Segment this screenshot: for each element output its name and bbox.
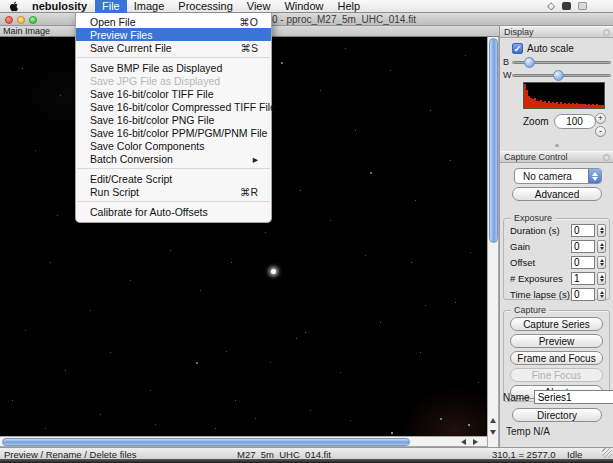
star [355,130,356,131]
time-lapse-s-input[interactable] [571,288,595,301]
capture-panel-title: Capture Control [504,152,568,162]
camera-select[interactable]: No camera [514,168,602,184]
black-level-slider-track[interactable] [512,61,611,64]
vertical-scrollbar-thumb[interactable] [489,38,498,243]
series-name-input[interactable] [534,390,613,404]
menu-item-save-color-components[interactable]: Save Color Components [76,139,271,152]
panel-resize-handle[interactable] [555,144,559,147]
menu-item-label: Preview Files [90,29,152,41]
menu-item-batch-conversion[interactable]: Batch Conversion▸ [76,152,271,165]
star [455,302,456,303]
offset-input[interactable] [571,256,595,269]
series-name-row: Name [503,390,613,404]
apple-menu-icon[interactable] [0,0,24,13]
menu-item-label: Save 16-bit/color PNG File [90,114,214,126]
exposures-input[interactable] [571,272,595,285]
capture-series-button[interactable]: Capture Series [510,317,603,331]
menubar-status-icons: ◇ [547,1,613,11]
menu-item-save-current-file[interactable]: Save Current File⌘S [76,41,271,54]
star [281,62,283,64]
star [350,420,351,421]
star [415,200,416,201]
horizontal-scrollbar[interactable] [0,436,487,447]
scroll-up-icon[interactable] [490,418,497,425]
close-panel-icon[interactable] [603,154,610,161]
menubar-item-window[interactable]: Window [277,0,330,13]
menu-item-open-file[interactable]: Open File⌘O [76,15,271,28]
star [22,68,23,69]
vertical-scrollbar[interactable] [487,37,499,447]
close-panel-icon[interactable] [603,29,610,36]
menu-item-preview-files[interactable]: Preview Files [76,28,271,41]
gain-input[interactable] [571,240,595,253]
menu-item-save-16-bit-color-png-file[interactable]: Save 16-bit/color PNG File [76,113,271,126]
star [450,160,451,161]
zoom-out-button[interactable]: - [595,126,606,137]
star [57,215,58,216]
menubar-item-processing[interactable]: Processing [171,0,239,13]
menu-item-calibrate-for-auto-offsets[interactable]: Calibrate for Auto-Offsets [76,205,271,218]
exposures-stepper[interactable] [597,272,606,285]
menu-item-save-16-bit-color-ppm-pgm-pnm-file[interactable]: Save 16-bit/color PPM/PGM/PNM File [76,126,271,139]
window-title: 0 - pproc_M27_5m_UHC_014.fit [272,13,416,26]
menu-item-label: Save 16-bit/color Compressed TIFF File [90,101,276,113]
menu-item-save-16-bit-color-compressed-tiff-file[interactable]: Save 16-bit/color Compressed TIFF File [76,100,271,113]
white-level-slider-thumb[interactable] [553,70,564,81]
window-resize-grip[interactable] [602,448,612,458]
zoom-window-button[interactable] [29,16,37,24]
display-status-icon[interactable] [562,2,571,10]
duration-s-stepper[interactable] [597,224,606,237]
menubar-item-view[interactable]: View [240,0,278,13]
auto-scale-checkbox[interactable]: ✓ [512,43,523,54]
scroll-left-icon[interactable] [461,439,468,446]
spaces-status-icon[interactable]: ◇ [547,1,555,11]
window-status-icon[interactable] [578,2,587,10]
star [196,362,198,364]
menu-item-save-bmp-file-as-displayed[interactable]: Save BMP File as Displayed [76,61,271,74]
time-lapse-s-stepper[interactable] [597,288,606,301]
menu-item-edit-create-script[interactable]: Edit/Create Script [76,172,271,185]
star [155,424,156,425]
menu-item-label: Save 16-bit/color PPM/PGM/PNM File [90,127,267,139]
star [411,262,412,263]
star [12,400,13,401]
duration-s-input[interactable] [571,224,595,237]
gain-stepper[interactable] [597,240,606,253]
black-level-label: B [503,57,512,67]
menu-item-save-16-bit-color-tiff-file[interactable]: Save 16-bit/color TIFF File [76,87,271,100]
close-window-button[interactable] [5,16,13,24]
main-image-tab-label: Main Image [3,26,50,36]
menu-item-run-script[interactable]: Run Script⌘R [76,185,271,198]
frame-and-focus-button[interactable]: Frame and Focus [510,351,603,365]
minimize-window-button[interactable] [17,16,25,24]
zoom-in-button[interactable]: + [595,113,606,124]
preview-button[interactable]: Preview [510,334,603,348]
menubar-item-file[interactable]: File [95,0,127,13]
star [465,55,466,56]
black-level-slider-thumb[interactable] [524,57,535,68]
horizontal-scrollbar-thumb[interactable] [2,438,410,446]
star [300,190,301,191]
fine-focus-button[interactable]: Fine Focus [510,368,603,382]
exposure-group-label: Exposure [511,213,555,223]
star [296,338,297,339]
app-menu-title[interactable]: nebulosity [24,0,95,13]
menubar-item-image[interactable]: Image [127,0,172,13]
zoom-value-field[interactable]: 100 [554,114,596,129]
scroll-down-icon[interactable] [490,430,497,437]
menubar-item-help[interactable]: Help [331,0,368,13]
star [310,410,311,411]
exposure-row-offset: Offset [507,255,606,269]
scroll-right-icon[interactable] [473,439,480,446]
offset-stepper[interactable] [597,256,606,269]
menu-shortcut: ⌘S [240,42,258,54]
star [50,262,51,263]
directory-button[interactable]: Directory [512,408,602,422]
menu-separator [77,201,270,202]
menu-item-save-jpg-file-as-displayed[interactable]: Save JPG File as Displayed [76,74,271,87]
advanced-button[interactable]: Advanced [512,187,602,201]
star [340,372,341,373]
white-level-slider-track[interactable] [512,74,611,77]
camera-select-value: No camera [515,171,588,182]
screen-bottom-edge [0,459,613,463]
